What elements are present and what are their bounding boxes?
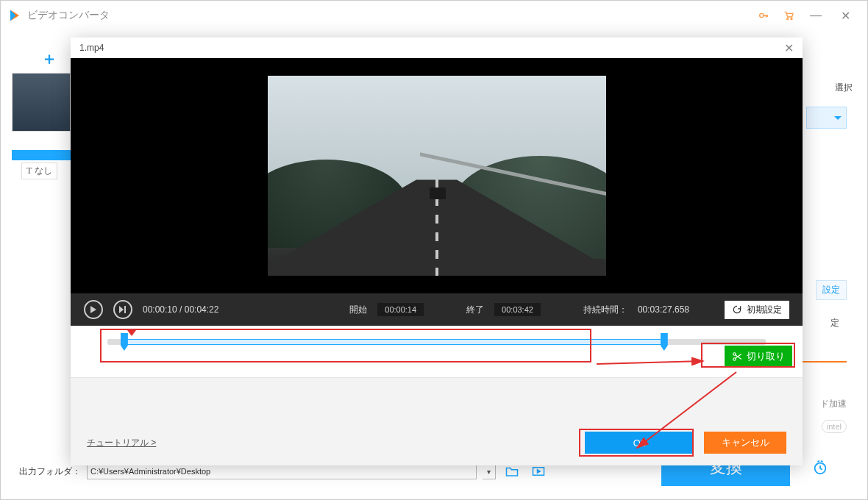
svg-marker-8 <box>90 306 96 313</box>
playback-controls: 00:00:10 / 00:04:22 開始 00:00:14 終了 00:03… <box>71 293 803 326</box>
subtitle-none-label: なし <box>35 165 52 177</box>
refresh-icon <box>732 304 742 315</box>
start-time-input[interactable]: 00:00:14 <box>377 303 424 316</box>
app-title: ビデオコンバータ <box>27 9 110 22</box>
chevron-down-icon <box>834 116 842 120</box>
format-dropdown[interactable] <box>806 107 847 129</box>
svg-point-4 <box>791 18 792 20</box>
step-button[interactable] <box>113 300 132 319</box>
timeline-area: 切り取り <box>71 326 803 377</box>
duration-value: 00:03:27.658 <box>638 304 689 315</box>
annotation-timeline-box <box>100 329 591 362</box>
dialog-titlebar: 1.mp4 ✕ <box>71 38 803 58</box>
play-button[interactable] <box>84 300 103 319</box>
key-icon[interactable] <box>757 9 770 22</box>
cancel-button[interactable]: キャンセル <box>704 432 786 454</box>
playback-time: 00:00:10 / 00:04:22 <box>143 304 218 315</box>
trim-dialog: 1.mp4 ✕ 00:00:10 / 00:04:22 開始 00:00:14 … <box>71 38 803 464</box>
app-logo-icon <box>8 9 21 22</box>
fixed-label: 定 <box>830 317 839 329</box>
dialog-footer: チュートリアル > Ok キャンセル <box>71 432 803 454</box>
output-folder-label: 出力フォルダ： <box>19 465 81 478</box>
end-label: 終了 <box>466 304 484 316</box>
annotation-ok-box <box>579 429 694 457</box>
output-path-input[interactable] <box>87 463 477 479</box>
svg-point-2 <box>760 13 764 17</box>
minimize-button[interactable]: — <box>801 9 830 22</box>
add-file-button[interactable]: ＋ <box>41 48 57 70</box>
svg-marker-6 <box>538 470 541 474</box>
dialog-filename: 1.mp4 <box>79 43 104 53</box>
svg-marker-1 <box>10 10 16 21</box>
subtitle-selector[interactable]: T なし <box>21 162 57 179</box>
cart-icon[interactable] <box>782 9 795 22</box>
svg-rect-10 <box>124 306 126 313</box>
select-label: 選択 <box>835 82 853 94</box>
hw-accel-label: ド加速 <box>820 398 847 410</box>
thumbnail-selected-strip <box>12 150 71 160</box>
end-time-input[interactable]: 00:03:42 <box>494 303 541 316</box>
reset-button[interactable]: 初期設定 <box>725 301 789 319</box>
schedule-icon[interactable] <box>812 460 828 479</box>
dialog-close-icon[interactable]: ✕ <box>784 41 794 55</box>
output-path-dropdown[interactable]: ▾ <box>483 463 496 479</box>
settings-button[interactable]: 設定 <box>816 280 847 300</box>
close-button[interactable]: ✕ <box>830 9 860 23</box>
duration-label: 持続時間： <box>583 304 627 316</box>
svg-marker-9 <box>119 306 124 313</box>
video-frame <box>268 76 606 276</box>
video-thumbnail[interactable] <box>12 73 71 132</box>
titlebar: ビデオコンバータ — ✕ <box>1 1 867 30</box>
range-end-handle[interactable] <box>661 333 668 351</box>
divider-accent <box>803 361 847 362</box>
annotation-cut-box <box>701 343 795 368</box>
start-label: 開始 <box>349 304 367 316</box>
tutorial-link[interactable]: チュートリアル > <box>87 437 156 449</box>
svg-point-3 <box>787 18 789 20</box>
intel-badge: intel <box>822 420 847 433</box>
video-preview <box>71 58 803 293</box>
